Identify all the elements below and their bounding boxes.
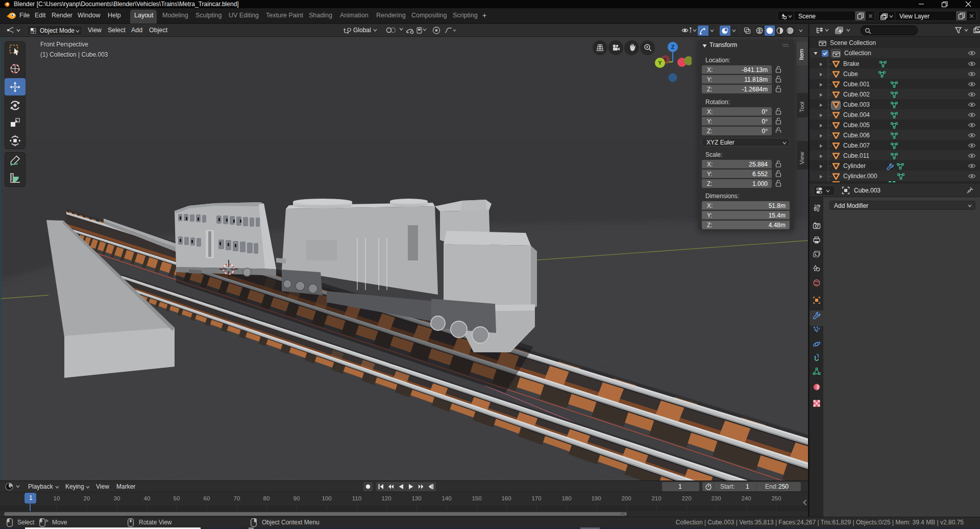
svg-text:Z: Z: [671, 44, 675, 50]
svg-text:Y: Y: [658, 60, 662, 66]
